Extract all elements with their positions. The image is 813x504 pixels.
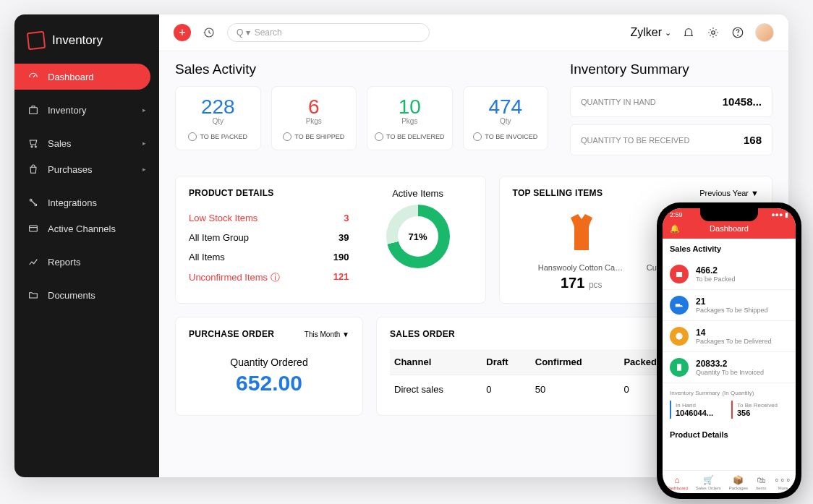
stat-label: TO BE SHIPPED xyxy=(278,132,351,141)
phone-row-packed[interactable]: 466.2To be Packed xyxy=(663,259,796,290)
top-selling-period-dropdown[interactable]: Previous Year ▼ xyxy=(699,189,759,197)
summary-row-to-receive: QUANTITY TO BE RECEIVED 168 xyxy=(570,124,772,155)
stat-value: 474 xyxy=(469,95,542,119)
po-label: Quantity Ordered xyxy=(189,356,349,368)
phone-sales-activity-title: Sales Activity xyxy=(663,239,796,259)
brand: Inventory xyxy=(14,22,159,64)
stat-card-delivered[interactable]: 10 Pkgs TO BE DELIVERED xyxy=(367,86,453,150)
invoice-icon xyxy=(670,358,689,377)
stat-label: TO BE INVOICED xyxy=(469,132,542,141)
sidebar-item-reports[interactable]: Reports xyxy=(14,249,159,275)
summary-value: 168 xyxy=(744,134,762,146)
sidebar-item-label: Dashboard xyxy=(48,72,94,82)
po-value: 652.00 xyxy=(189,371,349,396)
cart-icon: 🛒 xyxy=(696,475,721,485)
phone-product-details-title: Product Details xyxy=(663,423,796,445)
sidebar-item-integrations[interactable]: Integrations xyxy=(14,189,159,215)
sidebar-item-label: Inventory xyxy=(48,105,86,116)
active-items-chart: Active Items 71% xyxy=(364,188,472,291)
folder-icon xyxy=(27,289,39,301)
sidebar-item-active-channels[interactable]: Active Channels xyxy=(14,215,159,242)
brand-icon xyxy=(27,31,46,50)
phone-tab-dashboard[interactable]: ⌂Dashboard xyxy=(666,475,687,490)
sidebar-item-label: Active Channels xyxy=(48,223,116,234)
sidebar-item-inventory[interactable]: Inventory ▸ xyxy=(14,97,159,123)
svg-rect-5 xyxy=(30,226,38,231)
svg-point-3 xyxy=(30,199,32,201)
phone-mockup: 2:59 ●●● ▮ 🔔 Dashboard Sales Activity 46… xyxy=(657,202,801,499)
delivered-icon xyxy=(670,327,689,346)
svg-point-15 xyxy=(676,333,682,339)
summary-value: 10458... xyxy=(723,95,762,108)
pd-row-all-items[interactable]: All Items190 xyxy=(189,247,349,267)
add-button[interactable]: + xyxy=(174,24,191,41)
stat-value: 6 xyxy=(278,95,351,119)
inventory-icon xyxy=(27,104,39,116)
phone-tab-packages[interactable]: 📦Packages xyxy=(729,475,748,490)
chevron-right-icon: ▸ xyxy=(142,140,146,147)
sidebar-item-purchases[interactable]: Purchases ▸ xyxy=(14,156,159,182)
summary-label: QUANTITY IN HAND xyxy=(581,98,656,106)
stat-unit: Pkgs xyxy=(373,117,446,125)
search-input[interactable]: Q ▾ Search xyxy=(227,23,430,42)
phone-tab-items[interactable]: 🛍Items xyxy=(756,475,767,490)
purchase-period-dropdown[interactable]: This Month ▼ xyxy=(305,330,349,338)
stat-card-invoiced[interactable]: 474 Qty TO BE INVOICED xyxy=(463,86,549,150)
bell-icon[interactable]: 🔔 xyxy=(670,224,680,234)
col-channel: Channel xyxy=(390,349,482,375)
col-draft: Draft xyxy=(482,349,530,375)
stat-unit: Qty xyxy=(469,117,542,125)
stat-value: 10 xyxy=(373,95,446,119)
stat-card-packed[interactable]: 228 Qty TO BE PACKED xyxy=(175,86,261,150)
active-items-label: Active Items xyxy=(364,188,472,199)
sidebar-item-dashboard[interactable]: Dashboard xyxy=(14,64,150,90)
sidebar: Inventory Dashboard Inventory ▸ Sales ▸ … xyxy=(14,14,159,477)
user-avatar[interactable] xyxy=(755,23,774,42)
product-name: Hanswooly Cotton Cas… xyxy=(538,263,625,272)
phone-tab-sales[interactable]: 🛒Sales Orders xyxy=(696,475,721,490)
inventory-summary-section: Inventory Summary QUANTITY IN HAND 10458… xyxy=(570,61,772,163)
search-placeholder: Search xyxy=(255,27,282,38)
org-switcher[interactable]: Zylker ⌄ xyxy=(630,26,671,39)
history-button[interactable] xyxy=(201,25,217,40)
phone-tab-more[interactable]: ∘∘∘More xyxy=(774,475,791,490)
svg-point-7 xyxy=(712,31,715,35)
summary-label: QUANTITY TO BE RECEIVED xyxy=(581,136,689,145)
settings-button[interactable] xyxy=(706,25,720,40)
sidebar-item-documents[interactable]: Documents xyxy=(14,282,159,308)
bag-icon: 🛍 xyxy=(756,475,767,485)
product-qty: 171 pcs xyxy=(538,275,625,291)
phone-notch xyxy=(700,208,758,221)
box-icon xyxy=(670,265,689,283)
package-icon: 📦 xyxy=(729,475,748,485)
channels-icon xyxy=(27,223,39,234)
product-details-card: PRODUCT DETAILS Low Stock Items3 All Ite… xyxy=(175,176,486,304)
inventory-summary-title: Inventory Summary xyxy=(570,61,772,77)
pd-row-unconfirmed[interactable]: Unconfirmed Items ⓘ121 xyxy=(189,267,349,289)
svg-rect-16 xyxy=(677,364,681,370)
reports-icon xyxy=(27,256,39,268)
phone-row-delivered[interactable]: 14Packages To be Delivered xyxy=(663,321,796,352)
pd-row-item-group[interactable]: All Item Group39 xyxy=(189,228,349,247)
pd-row-low-stock[interactable]: Low Stock Items3 xyxy=(189,208,349,228)
phone-inv-to-receive: To Be Received 356 xyxy=(731,401,788,419)
phone-signal-icon: ●●● ▮ xyxy=(771,211,788,218)
stat-card-shipped[interactable]: 6 Pkgs TO BE SHIPPED xyxy=(271,86,357,150)
svg-rect-14 xyxy=(676,304,680,307)
sales-activity-title: Sales Activity xyxy=(175,61,548,77)
phone-row-invoiced[interactable]: 20833.2Quantity To be Invoiced xyxy=(663,352,796,383)
top-item-1[interactable]: Hanswooly Cotton Cas… 171 pcs xyxy=(538,207,625,291)
help-button[interactable] xyxy=(731,25,745,40)
phone-screen: 2:59 ●●● ▮ 🔔 Dashboard Sales Activity 46… xyxy=(663,208,796,493)
stat-unit: Qty xyxy=(182,117,255,125)
product-details-title: PRODUCT DETAILS xyxy=(189,188,349,198)
notifications-button[interactable] xyxy=(681,25,696,40)
truck-icon xyxy=(670,296,689,315)
dashboard-icon xyxy=(27,71,39,82)
stat-label: TO BE DELIVERED xyxy=(373,132,446,141)
sidebar-item-sales[interactable]: Sales ▸ xyxy=(14,130,159,156)
phone-row-shipped[interactable]: 21Packages To be Shipped xyxy=(663,290,796,321)
chevron-right-icon: ▸ xyxy=(142,166,146,173)
chevron-down-icon: ⌄ xyxy=(665,28,671,38)
phone-header-title: Dashboard xyxy=(710,224,749,233)
